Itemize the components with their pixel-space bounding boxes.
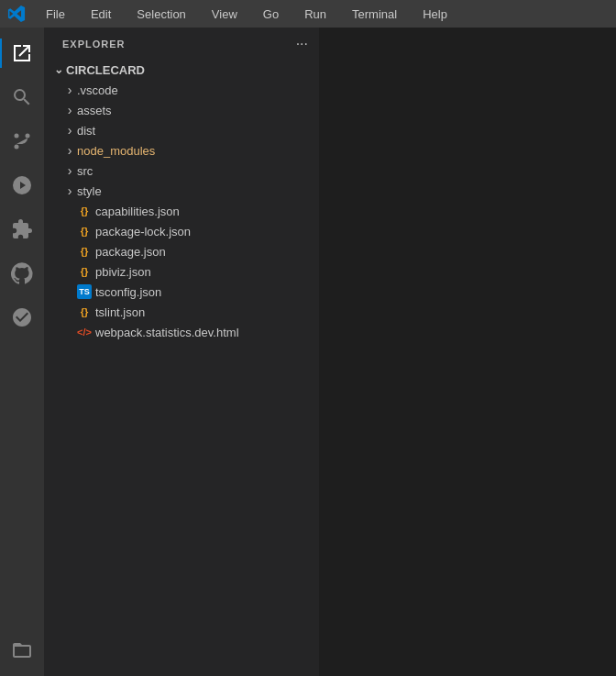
tree-folder-vscode[interactable]: .vscode [44,80,319,100]
chevron-right-icon [62,183,77,198]
activity-github[interactable] [0,251,44,295]
svg-point-0 [15,134,19,139]
spacer-icon [62,204,77,218]
file-label-package-json: package.json [95,245,166,259]
tree-file-package-lock-json[interactable]: {} package-lock.json [44,221,319,241]
root-folder-label: CIRCLECARD [66,63,145,77]
tree-folder-style[interactable]: style [44,181,319,201]
chevron-right-icon [62,163,77,178]
chevron-right-icon [62,83,77,97]
menu-terminal[interactable]: Terminal [346,6,402,23]
ts-icon: TS [77,284,92,299]
chevron-right-icon [62,123,77,138]
tree-folder-assets[interactable]: assets [44,100,319,120]
html-icon: </> [77,325,92,339]
tree-file-webpack-html[interactable]: </> webpack.statistics.dev.html [44,322,319,342]
menu-run[interactable]: Run [299,6,332,23]
file-label-webpack-html: webpack.statistics.dev.html [95,326,239,339]
svg-point-2 [15,145,19,150]
folder-label-src: src [77,164,93,178]
folder-label-style: style [77,184,102,198]
activity-explorer[interactable] [0,31,44,75]
editor-area[interactable] [319,28,616,676]
activity-extensions[interactable] [0,207,44,251]
tree-folder-dist[interactable]: dist [44,120,319,140]
sidebar-header: EXPLORER ··· [44,28,319,60]
spacer-icon [62,224,77,238]
file-label-pbiviz-json: pbiviz.json [95,265,151,279]
tree-folder-src[interactable]: src [44,161,319,181]
activity-source-control[interactable] [0,119,44,163]
activity-search[interactable] [0,75,44,119]
json-icon: {} [77,204,92,218]
spacer-icon [62,244,77,259]
activity-bar [0,28,44,676]
json-icon: {} [77,224,92,238]
svg-point-1 [26,134,30,139]
chevron-right-icon [62,143,77,158]
menu-go[interactable]: Go [258,6,284,23]
sidebar: EXPLORER ··· CIRCLECARD .vscode assets [44,28,319,676]
activity-todo[interactable] [0,295,44,339]
spacer-icon [62,284,77,299]
menu-help[interactable]: Help [417,6,453,23]
folder-label-vscode: .vscode [77,83,118,97]
vscode-logo-icon [7,5,26,23]
file-tree: CIRCLECARD .vscode assets dist node_modu… [44,60,319,676]
menu-view[interactable]: View [206,6,243,23]
chevron-right-icon [62,103,77,117]
spacer-icon [62,325,77,339]
tree-file-tslint-json[interactable]: {} tslint.json [44,302,319,322]
spacer-icon [62,305,77,319]
file-label-package-lock-json: package-lock.json [95,225,191,238]
tree-folder-node-modules[interactable]: node_modules [44,140,319,161]
file-label-capabilities-json: capabilities.json [95,205,180,218]
folder-label-node-modules: node_modules [77,144,155,158]
file-label-tsconfig-json: tsconfig.json [95,285,161,299]
tree-file-capabilities-json[interactable]: {} capabilities.json [44,201,319,221]
file-label-tslint-json: tslint.json [95,305,145,319]
tree-file-tsconfig-json[interactable]: TS tsconfig.json [44,282,319,302]
sidebar-more-icon[interactable]: ··· [296,37,308,51]
tree-root-circlecard[interactable]: CIRCLECARD [44,60,319,80]
folder-label-dist: dist [77,124,95,138]
menu-bar: File Edit Selection View Go Run Terminal… [0,0,616,28]
tree-file-package-json[interactable]: {} package.json [44,241,319,261]
chevron-down-icon [51,62,66,77]
tree-file-pbiviz-json[interactable]: {} pbiviz.json [44,261,319,282]
menu-edit[interactable]: Edit [85,6,116,23]
activity-run[interactable] [0,163,44,207]
spacer-icon [62,264,77,279]
json-icon: {} [77,305,92,319]
main-area: EXPLORER ··· CIRCLECARD .vscode assets [0,28,616,676]
json-icon: {} [77,244,92,259]
activity-folder[interactable] [0,628,44,672]
json-icon: {} [77,264,92,279]
menu-selection[interactable]: Selection [131,6,191,23]
folder-label-assets: assets [77,104,112,117]
sidebar-title: EXPLORER [62,39,126,50]
menu-file[interactable]: File [40,6,71,23]
